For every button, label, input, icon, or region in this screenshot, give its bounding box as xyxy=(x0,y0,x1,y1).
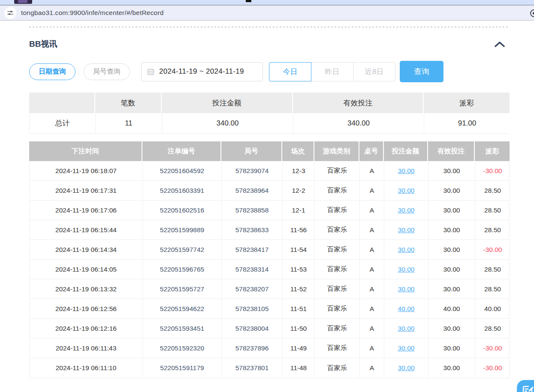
header-payout: 派彩 xyxy=(475,141,510,161)
cell-table_no: A xyxy=(360,279,384,299)
quick-tab-today[interactable]: 今日 xyxy=(269,62,311,81)
header-table-no: 桌号 xyxy=(359,141,384,161)
cell-game: 百家乐 xyxy=(315,240,360,259)
summary-valid-bet: 340.00 xyxy=(293,113,424,133)
tab-strip xyxy=(0,0,534,6)
bet-amount-link[interactable]: 30.00 xyxy=(398,187,415,195)
bet-amount-link[interactable]: 30.00 xyxy=(398,246,415,254)
cell-order_id: 522051593451 xyxy=(143,319,222,338)
cell-valid: 30.00 xyxy=(428,319,475,338)
bet-amount-link[interactable]: 30.00 xyxy=(398,226,415,234)
date-query-tab[interactable]: 日期查询 xyxy=(29,63,75,80)
round-query-tab[interactable]: 局号查询 xyxy=(84,63,130,80)
cell-game: 百家乐 xyxy=(315,279,360,299)
cell-table_no: A xyxy=(360,181,384,200)
summary-header-cell: 笔数 xyxy=(95,93,162,113)
summary-header-cell: 投注金额 xyxy=(162,93,293,113)
cell-time: 2024-11-19 06:18:07 xyxy=(30,161,143,180)
cell-payout: 28.50 xyxy=(475,181,510,200)
summary-count: 11 xyxy=(96,113,162,133)
bet-amount-link[interactable]: 30.00 xyxy=(398,344,415,352)
quick-tab-yesterday[interactable]: 昨日 xyxy=(311,62,353,81)
cell-valid: 30.00 xyxy=(428,279,475,299)
calendar-icon xyxy=(147,68,154,75)
cell-table_no: A xyxy=(360,299,384,318)
bet-amount-link[interactable]: 30.00 xyxy=(398,266,415,273)
cell-round_id: 578238858 xyxy=(222,200,283,220)
customer-service-button[interactable] xyxy=(517,380,534,392)
url-field[interactable]: tongbao31.com:9900/infe/mcenter/#/betRec… xyxy=(21,9,530,17)
cell-valid: 30.00 xyxy=(428,240,475,259)
tab-title-sliver xyxy=(246,0,251,2)
cell-session: 11-50 xyxy=(283,319,315,338)
table-row: 2024-11-19 06:18:07522051604592578239074… xyxy=(30,161,509,181)
cell-order_id: 522051596765 xyxy=(143,260,222,279)
cell-time: 2024-11-19 06:11:43 xyxy=(30,338,143,358)
cell-table_no: A xyxy=(360,200,384,220)
cell-session: 12-2 xyxy=(283,181,315,200)
cell-payout: -30.00 xyxy=(475,338,510,358)
tune-icon xyxy=(7,9,14,16)
cell-order_id: 522051599889 xyxy=(143,220,222,239)
collapse-button[interactable] xyxy=(494,41,510,47)
summary-table: 笔数 投注金额 有效投注 派彩 总计 11 340.00 340.00 91.0… xyxy=(29,93,510,134)
cell-valid: 30.00 xyxy=(428,200,475,220)
cell-time: 2024-11-19 06:12:16 xyxy=(30,319,143,338)
bet-amount-link[interactable]: 30.00 xyxy=(398,325,415,332)
cell-round_id: 578237801 xyxy=(222,358,283,378)
bet-amount-link[interactable]: 30.00 xyxy=(398,206,415,214)
summary-total-row: 总计 11 340.00 340.00 91.00 xyxy=(29,113,510,134)
cell-table_no: A xyxy=(360,240,384,259)
header-session: 场次 xyxy=(282,141,314,161)
cell-session: 11-56 xyxy=(283,220,315,239)
cell-round_id: 578238105 xyxy=(222,299,283,318)
section-header: BB视讯 xyxy=(29,38,510,50)
filter-toolbar: 日期查询 局号查询 xyxy=(29,61,510,82)
bet-amount-link[interactable]: 30.00 xyxy=(398,167,415,175)
bet-amount-link[interactable]: 30.00 xyxy=(398,364,415,372)
cell-payout: 28.50 xyxy=(475,279,510,299)
bet-amount-link[interactable]: 30.00 xyxy=(398,285,415,293)
header-round-id: 局号 xyxy=(221,141,282,161)
cell-bet: 30.00 xyxy=(384,161,428,180)
cell-round_id: 578239074 xyxy=(222,161,283,180)
summary-header-cell: 有效投注 xyxy=(293,93,424,113)
search-button[interactable]: 查询 xyxy=(400,61,443,82)
cell-time: 2024-11-19 06:17:06 xyxy=(30,200,143,220)
eye-icon[interactable] xyxy=(530,9,534,17)
tab-favicon[interactable] xyxy=(14,0,32,4)
header-order-id: 注单编号 xyxy=(142,141,221,161)
table-row: 2024-11-19 06:13:32522051595727578238207… xyxy=(30,279,509,299)
quick-tab-last8days[interactable]: 近8日 xyxy=(353,62,395,81)
cell-time: 2024-11-19 06:11:10 xyxy=(30,358,143,378)
table-row: 2024-11-19 06:12:16522051593451578238004… xyxy=(30,319,509,338)
cell-payout: 28.50 xyxy=(475,319,510,338)
chevron-up-icon xyxy=(494,41,505,47)
bet-table-body: 2024-11-19 06:18:07522051604592578239074… xyxy=(29,161,510,378)
cell-payout: 28.50 xyxy=(475,260,510,279)
cell-payout: 28.50 xyxy=(475,200,510,220)
summary-header-cell: 派彩 xyxy=(424,93,510,113)
cell-valid: 30.00 xyxy=(428,260,475,279)
cell-bet: 30.00 xyxy=(384,279,428,299)
cell-payout: -30.00 xyxy=(475,358,510,378)
browser-chrome: tongbao31.com:9900/infe/mcenter/#/betRec… xyxy=(0,0,534,21)
cell-bet: 30.00 xyxy=(384,220,428,239)
cell-bet: 30.00 xyxy=(384,358,428,378)
cell-table_no: A xyxy=(360,161,384,180)
cell-bet: 30.00 xyxy=(384,240,428,259)
cell-game: 百家乐 xyxy=(315,260,360,279)
cell-table_no: A xyxy=(360,338,384,358)
site-info-button[interactable] xyxy=(4,7,16,19)
date-range-value: 2024-11-19 ~ 2024-11-19 xyxy=(159,67,244,76)
cell-time: 2024-11-19 06:13:32 xyxy=(30,279,143,299)
cell-round_id: 578238207 xyxy=(222,279,283,299)
cell-time: 2024-11-19 06:12:56 xyxy=(30,299,143,318)
cell-time: 2024-11-19 06:15:44 xyxy=(30,220,143,239)
date-range-picker[interactable]: 2024-11-19 ~ 2024-11-19 xyxy=(141,62,263,81)
bet-record-page: BB视讯 日期查询 局号查询 xyxy=(0,22,534,392)
bet-amount-link[interactable]: 40.00 xyxy=(398,305,415,313)
note-pencil-icon xyxy=(522,384,534,392)
header-game-type: 游戏类别 xyxy=(314,141,359,161)
cell-valid: 30.00 xyxy=(428,161,475,180)
